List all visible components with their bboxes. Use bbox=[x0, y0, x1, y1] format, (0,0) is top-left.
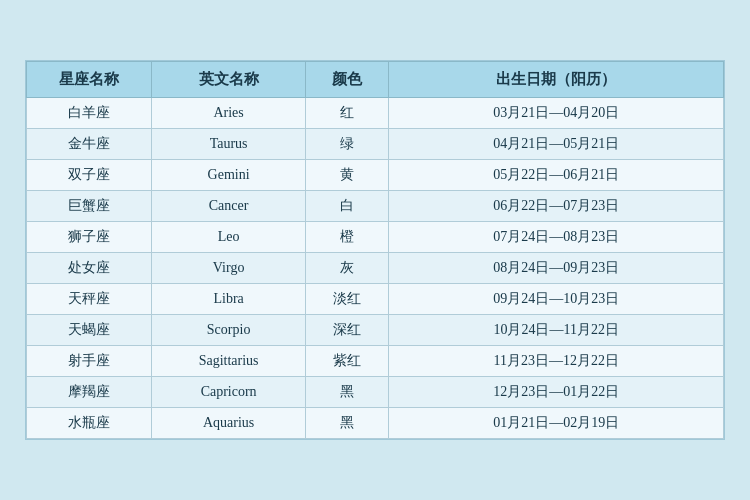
header-birthdate: 出生日期（阳历） bbox=[389, 62, 724, 98]
table-row: 射手座Sagittarius紫红11月23日—12月22日 bbox=[27, 346, 724, 377]
cell-color: 白 bbox=[305, 191, 389, 222]
cell-birthdate: 10月24日—11月22日 bbox=[389, 315, 724, 346]
cell-color: 深红 bbox=[305, 315, 389, 346]
cell-color: 淡红 bbox=[305, 284, 389, 315]
cell-color: 紫红 bbox=[305, 346, 389, 377]
header-chinese-name: 星座名称 bbox=[27, 62, 152, 98]
cell-english-name: Aquarius bbox=[152, 408, 305, 439]
cell-english-name: Gemini bbox=[152, 160, 305, 191]
cell-english-name: Taurus bbox=[152, 129, 305, 160]
zodiac-table-container: 星座名称 英文名称 颜色 出生日期（阳历） 白羊座Aries红03月21日—04… bbox=[25, 60, 725, 440]
cell-color: 黑 bbox=[305, 377, 389, 408]
cell-birthdate: 05月22日—06月21日 bbox=[389, 160, 724, 191]
cell-english-name: Scorpio bbox=[152, 315, 305, 346]
cell-chinese-name: 双子座 bbox=[27, 160, 152, 191]
cell-chinese-name: 天秤座 bbox=[27, 284, 152, 315]
zodiac-table: 星座名称 英文名称 颜色 出生日期（阳历） 白羊座Aries红03月21日—04… bbox=[26, 61, 724, 439]
cell-birthdate: 11月23日—12月22日 bbox=[389, 346, 724, 377]
cell-birthdate: 07月24日—08月23日 bbox=[389, 222, 724, 253]
cell-english-name: Capricorn bbox=[152, 377, 305, 408]
table-row: 白羊座Aries红03月21日—04月20日 bbox=[27, 98, 724, 129]
table-row: 狮子座Leo橙07月24日—08月23日 bbox=[27, 222, 724, 253]
cell-chinese-name: 金牛座 bbox=[27, 129, 152, 160]
cell-chinese-name: 巨蟹座 bbox=[27, 191, 152, 222]
cell-english-name: Libra bbox=[152, 284, 305, 315]
cell-english-name: Leo bbox=[152, 222, 305, 253]
cell-birthdate: 08月24日—09月23日 bbox=[389, 253, 724, 284]
cell-birthdate: 12月23日—01月22日 bbox=[389, 377, 724, 408]
cell-color: 橙 bbox=[305, 222, 389, 253]
header-color: 颜色 bbox=[305, 62, 389, 98]
table-row: 天蝎座Scorpio深红10月24日—11月22日 bbox=[27, 315, 724, 346]
cell-chinese-name: 摩羯座 bbox=[27, 377, 152, 408]
cell-chinese-name: 射手座 bbox=[27, 346, 152, 377]
cell-birthdate: 06月22日—07月23日 bbox=[389, 191, 724, 222]
cell-color: 红 bbox=[305, 98, 389, 129]
table-row: 双子座Gemini黄05月22日—06月21日 bbox=[27, 160, 724, 191]
cell-color: 灰 bbox=[305, 253, 389, 284]
table-row: 巨蟹座Cancer白06月22日—07月23日 bbox=[27, 191, 724, 222]
cell-birthdate: 01月21日—02月19日 bbox=[389, 408, 724, 439]
cell-english-name: Virgo bbox=[152, 253, 305, 284]
cell-chinese-name: 白羊座 bbox=[27, 98, 152, 129]
table-row: 金牛座Taurus绿04月21日—05月21日 bbox=[27, 129, 724, 160]
cell-color: 黄 bbox=[305, 160, 389, 191]
table-row: 处女座Virgo灰08月24日—09月23日 bbox=[27, 253, 724, 284]
cell-english-name: Cancer bbox=[152, 191, 305, 222]
cell-birthdate: 03月21日—04月20日 bbox=[389, 98, 724, 129]
table-row: 摩羯座Capricorn黑12月23日—01月22日 bbox=[27, 377, 724, 408]
cell-chinese-name: 狮子座 bbox=[27, 222, 152, 253]
table-row: 天秤座Libra淡红09月24日—10月23日 bbox=[27, 284, 724, 315]
header-english-name: 英文名称 bbox=[152, 62, 305, 98]
cell-color: 绿 bbox=[305, 129, 389, 160]
cell-english-name: Aries bbox=[152, 98, 305, 129]
cell-color: 黑 bbox=[305, 408, 389, 439]
cell-birthdate: 09月24日—10月23日 bbox=[389, 284, 724, 315]
table-body: 白羊座Aries红03月21日—04月20日金牛座Taurus绿04月21日—0… bbox=[27, 98, 724, 439]
table-row: 水瓶座Aquarius黑01月21日—02月19日 bbox=[27, 408, 724, 439]
cell-chinese-name: 处女座 bbox=[27, 253, 152, 284]
cell-chinese-name: 天蝎座 bbox=[27, 315, 152, 346]
cell-birthdate: 04月21日—05月21日 bbox=[389, 129, 724, 160]
table-header-row: 星座名称 英文名称 颜色 出生日期（阳历） bbox=[27, 62, 724, 98]
cell-english-name: Sagittarius bbox=[152, 346, 305, 377]
cell-chinese-name: 水瓶座 bbox=[27, 408, 152, 439]
